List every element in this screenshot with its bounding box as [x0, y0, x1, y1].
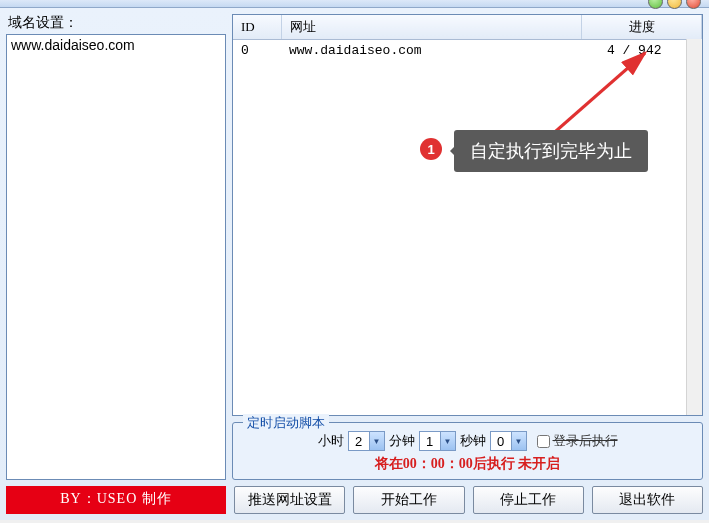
timed-status: 将在00：00：00后执行 未开启	[241, 455, 694, 473]
close-button[interactable]	[686, 0, 701, 9]
cell-id: 0	[233, 40, 281, 62]
col-progress[interactable]: 进度	[582, 15, 702, 40]
push-url-settings-button[interactable]: 推送网址设置	[234, 486, 345, 514]
col-id[interactable]: ID	[233, 15, 281, 40]
table-row[interactable]: 0 www.daidaiseo.com 4 / 942	[233, 40, 702, 62]
minute-label: 分钟	[389, 432, 415, 450]
hour-input[interactable]	[349, 434, 369, 449]
domain-label: 域名设置：	[6, 14, 226, 32]
bottom-bar: BY：USEO 制作 推送网址设置 开始工作 停止工作 退出软件	[0, 486, 709, 520]
url-table-wrap: ID 网址 进度 0 www.daidaiseo.com 4 / 942	[232, 14, 703, 416]
second-label: 秒钟	[460, 432, 486, 450]
checkbox-input[interactable]	[537, 435, 550, 448]
window-controls	[648, 0, 701, 9]
exit-software-button[interactable]: 退出软件	[592, 486, 703, 514]
timed-legend: 定时启动脚本	[243, 414, 329, 432]
start-work-button[interactable]: 开始工作	[353, 486, 464, 514]
domain-textarea[interactable]: www.daidaiseo.com	[6, 34, 226, 480]
chevron-down-icon[interactable]: ▼	[440, 432, 455, 450]
maximize-button[interactable]	[667, 0, 682, 9]
url-table: ID 网址 进度 0 www.daidaiseo.com 4 / 942	[233, 15, 702, 61]
title-bar	[0, 0, 709, 8]
chevron-down-icon[interactable]: ▼	[369, 432, 384, 450]
chevron-down-icon[interactable]: ▼	[511, 432, 526, 450]
minimize-button[interactable]	[648, 0, 663, 9]
hour-spinner[interactable]: ▼	[348, 431, 385, 451]
domain-value: www.daidaiseo.com	[11, 37, 135, 53]
stop-work-button[interactable]: 停止工作	[473, 486, 584, 514]
main-area: 域名设置： www.daidaiseo.com ID 网址 进度 0 www.d…	[0, 8, 709, 486]
second-spinner[interactable]: ▼	[490, 431, 527, 451]
minute-spinner[interactable]: ▼	[419, 431, 456, 451]
login-exec-checkbox[interactable]: 登录后执行	[537, 432, 618, 450]
right-pane: ID 网址 进度 0 www.daidaiseo.com 4 / 942 定时启…	[232, 14, 703, 480]
timed-start-group: 定时启动脚本 小时 ▼ 分钟 ▼ 秒钟 ▼	[232, 422, 703, 480]
cell-url: www.daidaiseo.com	[281, 40, 582, 62]
col-url[interactable]: 网址	[281, 15, 582, 40]
minute-input[interactable]	[420, 434, 440, 449]
timed-controls: 小时 ▼ 分钟 ▼ 秒钟 ▼ 登录后执行	[241, 431, 694, 451]
second-input[interactable]	[491, 434, 511, 449]
hour-label: 小时	[318, 432, 344, 450]
left-pane: 域名设置： www.daidaiseo.com	[6, 14, 226, 480]
vertical-scrollbar[interactable]	[686, 39, 702, 415]
checkbox-label: 登录后执行	[553, 432, 618, 450]
brand-banner: BY：USEO 制作	[6, 486, 226, 514]
cell-progress: 4 / 942	[582, 40, 702, 62]
